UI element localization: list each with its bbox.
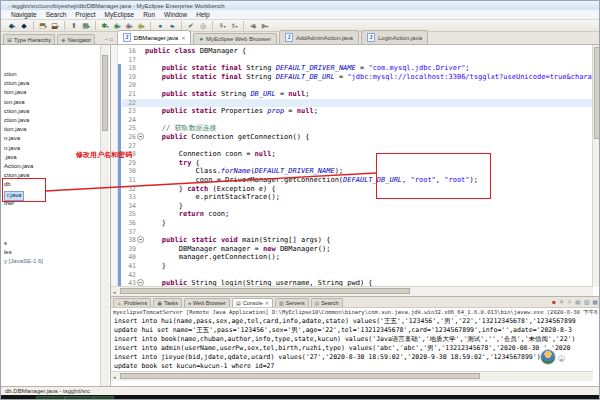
code-line-39[interactable]: 39 DBManager manager = new DBManager(); <box>122 245 592 254</box>
editor-tab-addadminaction-java[interactable]: JAddAdminAction.java <box>279 30 359 44</box>
code-line-22[interactable]: 22 <box>122 99 592 108</box>
menu-search[interactable]: Search <box>46 11 67 18</box>
editor-tab-dbmanager-java[interactable]: JDBManager.java✕ <box>117 30 192 44</box>
code-line-21[interactable]: 21 public static String DB_URL = null; <box>122 90 592 99</box>
code-line-20[interactable]: 20 <box>122 81 592 90</box>
code-line-37[interactable]: 37 <box>122 228 592 237</box>
console-tab-servers[interactable]: ▥Servers <box>275 298 309 307</box>
code-line-27[interactable]: 27 <box>122 142 592 151</box>
tree-item[interactable]: n.java <box>4 145 20 153</box>
menu-navigate[interactable]: Navigate <box>11 11 37 18</box>
tree-item[interactable]: tion.java <box>4 126 26 134</box>
tree-item[interactable]: tion.java <box>4 89 26 97</box>
scroll-lock-icon[interactable]: ▥ <box>584 298 590 306</box>
deploy-icon[interactable]: ⬆ <box>68 22 80 29</box>
menu-myeclipse[interactable]: MyEclipse <box>105 11 135 18</box>
web-browser-icon[interactable]: ●▾ <box>166 22 178 30</box>
code-line-40[interactable]: 40 manager.getConnection(); <box>122 253 592 262</box>
code-line-42[interactable]: 42 <box>122 271 592 280</box>
tree-item[interactable]: ction.java <box>4 80 29 88</box>
tree-item[interactable]: y [JavaSE-1.6] <box>4 258 43 266</box>
tree-item[interactable]: ction.java <box>4 108 29 116</box>
tree-item[interactable]: n.java <box>4 135 20 143</box>
dropdown-caret-icon[interactable]: ▾ <box>88 24 90 29</box>
fold-collapse-icon[interactable] <box>137 133 144 140</box>
code-line-33[interactable]: 33 e.printStackTrace(); <box>122 193 592 202</box>
console-horizontal-thumb[interactable] <box>120 373 480 379</box>
code-line-23[interactable]: 23 public static Properties prop = null; <box>122 107 592 116</box>
search-icon[interactable]: ◎ <box>197 22 209 29</box>
code-line-16[interactable]: 16public class DBManager { <box>122 47 592 56</box>
new-java-project-icon[interactable]: ⬒▾ <box>37 22 49 30</box>
tree-item[interactable]: Action.java <box>4 163 33 171</box>
package-explorer[interactable]: ctionction.javation.javaion.javaction.ja… <box>1 45 111 386</box>
pin-console-icon[interactable]: ▦ <box>592 298 598 306</box>
taskbar-button[interactable] <box>65 396 94 400</box>
editor-tab-loginaction-java[interactable]: JLoginAction.java <box>361 30 428 44</box>
dropdown-caret-icon[interactable]: ▾ <box>57 24 59 29</box>
console-tab-tasks[interactable]: ▣Tasks <box>153 298 182 307</box>
dropdown-caret-icon[interactable]: ▾ <box>223 24 225 29</box>
tree-item[interactable]: ction.java <box>4 117 29 125</box>
scroll-left-icon[interactable]: ◂ <box>113 289 116 295</box>
menu-project[interactable]: Project <box>75 11 95 18</box>
new-web-project-icon[interactable]: ● <box>154 22 166 29</box>
prev-annotation-icon[interactable]: ⇞▾ <box>216 22 228 30</box>
tree-item[interactable]: .java <box>4 154 17 162</box>
minimize-view-icon[interactable]: – <box>105 36 108 42</box>
new-package-icon[interactable]: ⬓▾ <box>49 22 61 30</box>
code-line-35[interactable]: 35 return coon; <box>122 210 592 219</box>
dropdown-caret-icon[interactable]: ▾ <box>266 24 268 29</box>
tree-item[interactable]: s <box>4 240 7 248</box>
code-line-28[interactable]: 28 Connection coon = null; <box>122 150 592 159</box>
dropdown-caret-icon[interactable]: ▾ <box>143 24 145 29</box>
code-line-17[interactable]: 17 <box>122 56 592 65</box>
editor-vertical-thumb[interactable] <box>594 47 600 139</box>
fold-collapse-icon[interactable] <box>137 279 144 286</box>
console-tab-console[interactable]: ▤Console✕ <box>232 298 273 307</box>
new-icon[interactable]: ◆▾ <box>6 22 18 30</box>
code-editor[interactable]: 16public class DBManager {1718 public st… <box>111 45 600 296</box>
close-tab-icon[interactable]: ✕ <box>265 300 269 306</box>
editor-horizontal-scrollbar[interactable]: ◂ <box>111 286 593 296</box>
code-line-29[interactable]: 29 try { <box>122 159 592 168</box>
console-horizontal-scrollbar[interactable]: ◂ <box>111 371 593 381</box>
console-tab-search[interactable]: ◎Search <box>311 298 343 307</box>
profile-icon[interactable]: ◉▾ <box>123 22 135 30</box>
tree-item[interactable]: les <box>4 249 12 257</box>
server-icon[interactable]: ▦▾ <box>80 22 92 30</box>
code-line-32[interactable]: 32 } catch (Exception e) { <box>122 185 592 194</box>
clear-console-icon[interactable]: ▤ <box>575 298 581 306</box>
dropdown-caret-icon[interactable]: ▾ <box>131 24 133 29</box>
validate-icon[interactable]: ✔ <box>185 22 197 29</box>
dropdown-caret-icon[interactable]: ▾ <box>254 24 256 29</box>
code-line-26[interactable]: 26 public Connection getConnection() { <box>122 133 592 142</box>
view-tab-navigator[interactable]: ◈Navigator <box>57 34 95 44</box>
back-icon[interactable]: ◀▾ <box>247 22 259 30</box>
editor-vertical-scrollbar[interactable] <box>592 45 600 287</box>
dropdown-caret-icon[interactable]: ▾ <box>173 24 175 29</box>
editor-horizontal-thumb[interactable] <box>120 288 410 294</box>
remove-launch-icon[interactable]: ✕ <box>559 298 564 306</box>
taskbar-button[interactable] <box>36 396 65 400</box>
dropdown-caret-icon[interactable]: ▾ <box>13 24 15 29</box>
view-tab-type-hierarchy[interactable]: ⊞Type Hierarchy <box>3 34 55 44</box>
run-external-icon[interactable]: ◉▾ <box>135 22 147 30</box>
code-line-41[interactable]: 41 } <box>122 262 592 271</box>
taskbar-button[interactable] <box>94 396 114 400</box>
console-tab-web-browser[interactable]: ●Web Browser <box>184 298 230 307</box>
dropdown-caret-icon[interactable]: ▾ <box>235 24 237 29</box>
code-line-25[interactable]: 25 // 获取数据连接 <box>122 124 592 133</box>
save-icon[interactable]: ◆ <box>18 22 30 29</box>
code-line-31[interactable]: 31 coon = DriverManager.getConnection(DE… <box>122 176 592 185</box>
dropdown-caret-icon[interactable]: ▾ <box>119 24 121 29</box>
code-line-30[interactable]: 30 Class.forName(DEFAULT_DRIVER_NAME); <box>122 167 592 176</box>
code-line-18[interactable]: 18 public static final String DEFAULT_DR… <box>122 64 592 73</box>
close-tab-icon[interactable]: ✕ <box>181 35 185 41</box>
menu-window[interactable]: Window <box>164 11 187 18</box>
code-line-34[interactable]: 34 } <box>122 202 592 211</box>
code-line-38[interactable]: 38 public static void main(String[] args… <box>122 236 592 245</box>
tree-item[interactable]: ion.java <box>4 99 25 107</box>
sidebar-scrollbar[interactable] <box>100 45 109 386</box>
dropdown-caret-icon[interactable]: ▾ <box>106 24 108 29</box>
